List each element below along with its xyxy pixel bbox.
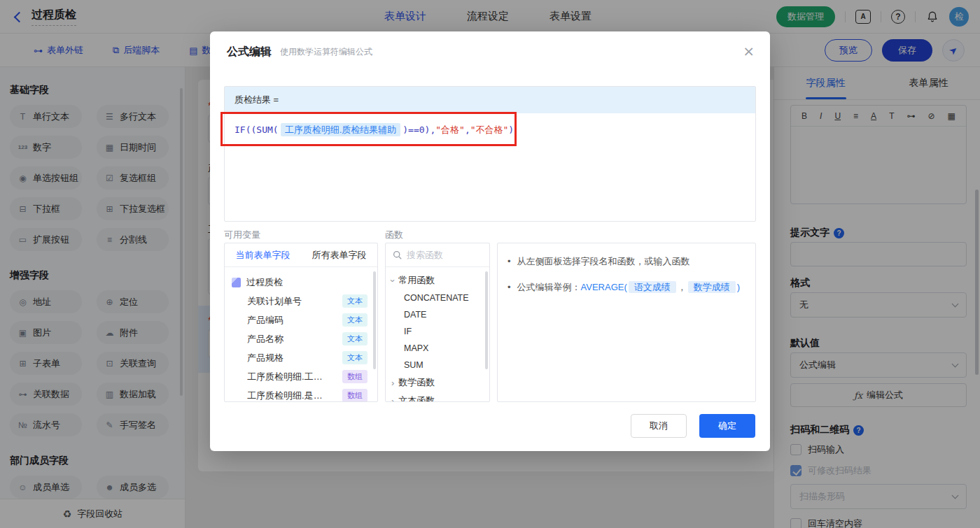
variable-type-badge: 数组 — [342, 370, 368, 383]
function-group-name: 常用函数 — [398, 274, 435, 287]
chevron-expanded-icon: › — [388, 279, 398, 282]
variables-panel: 当前表单字段所有表单字段 过程质检关联计划单号文本产品编码文本产品名称文本产品规… — [224, 243, 378, 402]
function-group-文本函数[interactable]: ›文本函数 — [386, 392, 489, 402]
function-item-IF[interactable]: IF — [386, 323, 489, 340]
functions-scrollbar[interactable] — [485, 271, 488, 369]
variable-row[interactable]: 产品名称文本 — [225, 329, 377, 348]
function-group-数学函数[interactable]: ›数学函数 — [386, 373, 489, 392]
confirm-button[interactable]: 确定 — [699, 414, 755, 438]
variable-type-badge: 文本 — [342, 351, 368, 364]
function-search-input[interactable]: 搜索函数 — [386, 243, 489, 267]
formula-help-panel: 从左侧面板选择字段名和函数，或输入函数 公式编辑举例：AVERAGE(语文成绩，… — [497, 243, 756, 402]
variable-row[interactable]: 工序质检明细.工序名称数组 — [225, 367, 377, 386]
variables-tab-当前表单字段[interactable]: 当前表单字段 — [225, 243, 301, 266]
variable-name: 产品规格 — [247, 352, 284, 364]
function-group-name: 数学函数 — [398, 376, 435, 389]
modal-title: 公式编辑 — [227, 45, 272, 59]
formula-target: 质检结果 = — [225, 87, 755, 113]
function-item-MAPX[interactable]: MAPX — [386, 340, 489, 357]
variable-row[interactable]: 工序质检明细.是否需...数组 — [225, 386, 377, 402]
close-icon[interactable]: × — [743, 44, 755, 58]
example-field-chip: 语文成绩 — [629, 281, 676, 293]
variable-name: 工序质检明细.是否需... — [247, 390, 330, 402]
variables-tab-所有表单字段[interactable]: 所有表单字段 — [301, 243, 377, 266]
variable-type-badge: 文本 — [342, 313, 368, 327]
variable-name: 产品名称 — [247, 333, 284, 345]
variable-type-badge: 数组 — [342, 389, 368, 402]
search-icon — [393, 250, 402, 259]
function-group-常用函数[interactable]: ›常用函数 — [386, 271, 489, 290]
variable-row[interactable]: 产品规格文本 — [225, 348, 377, 367]
search-placeholder: 搜索函数 — [407, 249, 443, 262]
red-annotation-box — [220, 112, 517, 146]
formula-box: 质检结果 = IF((SUM(工序质检明细.质检结果辅助)==0),"合格","… — [224, 86, 756, 222]
variable-name: 工序质检明细.工序名称 — [247, 371, 330, 383]
function-group-name: 文本函数 — [398, 394, 435, 402]
function-item-CONCATENATE[interactable]: CONCATENATE — [386, 290, 489, 306]
variable-name: 关联计划单号 — [247, 295, 302, 308]
functions-panel: 搜索函数 ›常用函数CONCATENATEDATEIFMAPXSUM›数学函数›… — [385, 243, 490, 402]
formula-editor-modal: 公式编辑 使用数学运算符编辑公式 × 质检结果 = IF((SUM(工序质检明细… — [210, 31, 770, 451]
function-item-DATE[interactable]: DATE — [386, 306, 489, 323]
functions-label: 函数 — [385, 229, 403, 241]
chevron-collapsed-icon: › — [391, 378, 394, 388]
cancel-button[interactable]: 取消 — [631, 414, 687, 438]
chevron-collapsed-icon: › — [391, 396, 394, 403]
help-bullet-1: 从左侧面板选择字段名和函数，或输入函数 — [517, 255, 690, 269]
modal-subtitle: 使用数学运算符编辑公式 — [280, 46, 372, 58]
variables-root-name: 过程质检 — [246, 276, 283, 289]
function-item-SUM[interactable]: SUM — [386, 357, 489, 373]
help-bullet-2: 公式编辑举例：AVERAGE(语文成绩，数学成绩) — [517, 280, 741, 295]
variable-row[interactable]: 产品编码文本 — [225, 311, 377, 329]
variables-scrollbar[interactable] — [373, 271, 376, 369]
form-doc-icon — [232, 278, 241, 287]
variable-type-badge: 文本 — [342, 332, 368, 345]
example-field-chip: 数学成绩 — [688, 281, 736, 293]
variables-root-node[interactable]: 过程质检 — [225, 273, 377, 292]
variables-label: 可用变量 — [224, 229, 260, 241]
variable-type-badge: 文本 — [342, 294, 368, 308]
variable-name: 产品编码 — [247, 314, 284, 327]
variable-row[interactable]: 关联计划单号文本 — [225, 292, 377, 311]
